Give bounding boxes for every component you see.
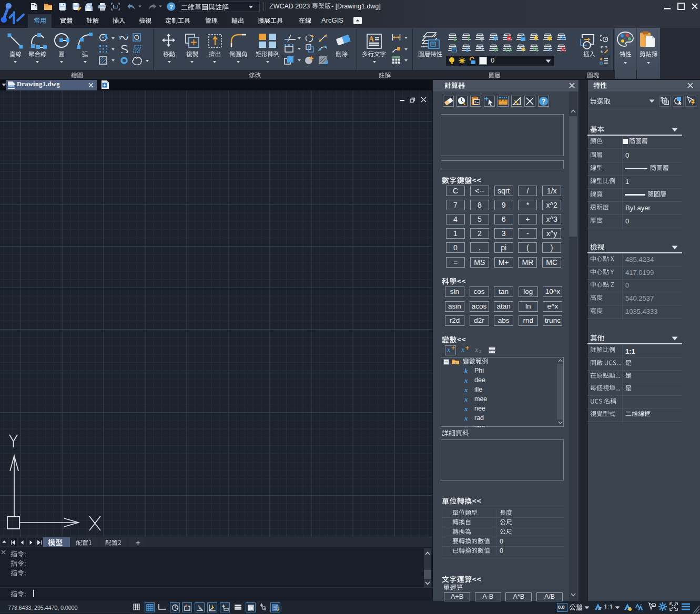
svg-text:?: ? [169,4,173,10]
svg-text:A: A [369,35,374,43]
svg-text:?: ? [542,98,546,105]
svg-text:DWG: DWG [8,85,14,88]
svg-text:x: x [454,360,456,365]
